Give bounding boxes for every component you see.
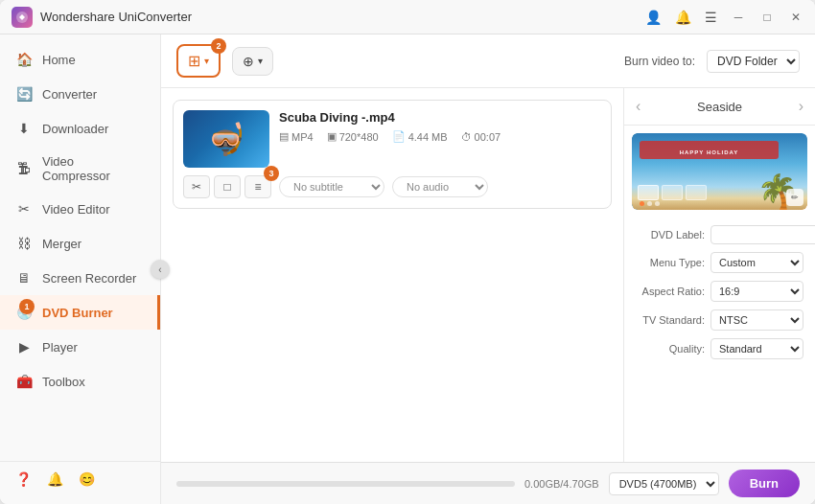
notification-icon[interactable]: 🔔 [675,10,691,25]
quality-row: Quality: Standard High Medium [636,338,803,359]
dvd-box-1 [638,185,659,200]
burn-destination-select[interactable]: DVD Folder DVD Disc ISO File [707,50,800,73]
burn-label: Burn video to: [624,55,695,68]
progress-bar [176,481,515,487]
burn-button[interactable]: Burn [729,470,800,497]
sidebar-item-label: Video Compressor [42,154,145,183]
converter-icon: 🔄 [15,85,33,103]
help-icon[interactable]: ❓ [15,471,32,487]
menu-type-row: Menu Type: Custom None Default [636,252,803,273]
content-main: 🤿 Scuba Diving -.mp4 ▤ MP4 [161,88,815,462]
dvd-box-3 [686,185,707,200]
create-chevron: ▾ [258,56,263,66]
sidebar-item-label: DVD Burner [42,306,113,320]
resolution-icon: ▣ [327,130,337,143]
video-title: Scuba Diving -.mp4 [279,110,601,125]
sidebar: 🏠 Home 🔄 Converter ⬇ Downloader 🗜 Video … [0,34,161,504]
right-panel: ‹ Seaside › 🌴 HAPPY HOLIDAY [623,88,815,462]
sidebar-item-video-editor[interactable]: ✂ Video Editor [0,192,160,226]
sidebar-item-dvd-burner[interactable]: 💿 DVD Burner 1 [0,295,160,330]
home-icon: 🏠 [15,51,33,68]
sidebar-item-label: Video Editor [42,202,110,217]
menu-type-label: Menu Type: [636,257,705,268]
editor-icon: ✂ [15,200,33,218]
video-card: 🤿 Scuba Diving -.mp4 ▤ MP4 [173,100,612,209]
video-list: 🤿 Scuba Diving -.mp4 ▤ MP4 [161,88,623,462]
aspect-ratio-label: Aspect Ratio: [636,286,705,297]
add-files-button[interactable]: ⊞ ▾ 2 [176,44,221,78]
content-area: ⊞ ▾ 2 ⊕ ▾ Burn video to: DVD Folder DVD … [161,34,815,504]
main-layout: 🏠 Home 🔄 Converter ⬇ Downloader 🗜 Video … [0,34,815,504]
action-buttons-group: ✂ □ ≡ 3 [183,175,271,198]
sidebar-item-label: Merger [42,237,82,251]
merger-icon: ⛓ [15,235,33,252]
maximize-button[interactable]: □ [759,10,775,25]
video-thumbnail: 🤿 [183,110,269,168]
sidebar-item-toolbox[interactable]: 🧰 Toolbox [0,364,160,399]
video-resolution: ▣ 720*480 [327,130,379,143]
video-size: 📄 4.44 MB [392,130,448,143]
video-format: ▤ MP4 [279,130,314,143]
sidebar-item-video-compressor[interactable]: 🗜 Video Compressor [0,146,160,192]
alert-icon[interactable]: 🔔 [47,471,63,487]
quality-label: Quality: [636,343,705,355]
action-badge: 3 [264,166,279,181]
prev-template-button[interactable]: ‹ [636,98,640,115]
app-window: Wondershare UniConverter 👤 🔔 ☰ ─ □ ✕ 🏠 H… [0,0,815,504]
downloader-icon: ⬇ [15,120,33,137]
close-button[interactable]: ✕ [788,10,803,25]
dvd-box-2 [662,185,683,200]
right-panel-header: ‹ Seaside › [624,88,815,126]
cut-button[interactable]: ✂ [183,175,210,198]
subtitle-select[interactable]: No subtitle Add subtitle [279,176,384,197]
menu-type-select[interactable]: Custom None Default [710,252,803,273]
aspect-ratio-row: Aspect Ratio: 16:9 4:3 [636,281,803,302]
sidebar-item-downloader[interactable]: ⬇ Downloader [0,111,160,146]
sidebar-item-label: Screen Recorder [42,271,136,286]
format-icon: ▤ [279,130,289,143]
dvd-label-input[interactable] [710,225,815,244]
template-title: Seaside [697,100,742,114]
tv-standard-label: TV Standard: [636,314,705,326]
tv-standard-row: TV Standard: NTSC PAL [636,309,803,331]
app-logo [12,7,33,28]
add-files-icon: ⊞ [188,52,200,70]
menu-icon[interactable]: ☰ [705,10,717,25]
disc-type-select[interactable]: DVD5 (4700MB) DVD9 (8500MB) [609,472,719,495]
app-title: Wondershare UniConverter [40,10,645,24]
sidebar-item-screen-recorder[interactable]: 🖥 Screen Recorder [0,261,160,295]
sidebar-item-home[interactable]: 🏠 Home [0,42,160,77]
holiday-banner: HAPPY HOLIDAY [640,141,779,159]
screen-recorder-icon: 🖥 [15,269,33,286]
sidebar-item-label: Home [42,53,76,67]
title-bar: Wondershare UniConverter 👤 🔔 ☰ ─ □ ✕ [0,0,815,34]
create-menu-button[interactable]: ⊕ ▾ [232,47,273,76]
minimize-button[interactable]: ─ [731,10,746,25]
size-icon: 📄 [392,130,406,143]
video-card-bottom: ✂ □ ≡ 3 No subtitle Add subtitle [183,175,601,198]
add-files-badge: 2 [211,38,226,54]
dvd-label-row: DVD Label: [636,225,803,244]
edit-template-button[interactable]: ✏ [786,189,803,206]
sidebar-collapse-button[interactable]: ‹ [151,260,170,279]
dvd-label-label: DVD Label: [636,229,705,241]
window-controls: 👤 🔔 ☰ ─ □ ✕ [645,10,803,25]
feedback-icon[interactable]: 😊 [79,471,95,487]
storage-info: 0.00GB/4.70GB [524,478,599,490]
compressor-icon: 🗜 [15,160,33,177]
sidebar-item-player[interactable]: ▶ Player [0,330,160,364]
video-info: Scuba Diving -.mp4 ▤ MP4 ▣ 720*480 [279,110,601,143]
aspect-ratio-select[interactable]: 16:9 4:3 [710,281,803,302]
tv-standard-select[interactable]: NTSC PAL [710,309,803,331]
info-button[interactable]: □ [214,175,241,198]
video-duration: ⏱ 00:07 [461,130,501,143]
user-icon[interactable]: 👤 [645,10,662,25]
next-template-button[interactable]: › [799,98,803,115]
sidebar-item-converter[interactable]: 🔄 Converter [0,77,160,111]
duration-icon: ⏱ [461,131,472,143]
sidebar-item-label: Converter [42,87,97,102]
sidebar-item-merger[interactable]: ⛓ Merger [0,226,160,261]
sidebar-item-label: Downloader [42,122,108,136]
audio-select[interactable]: No audio Add audio [392,176,488,197]
quality-select[interactable]: Standard High Medium [710,338,803,359]
